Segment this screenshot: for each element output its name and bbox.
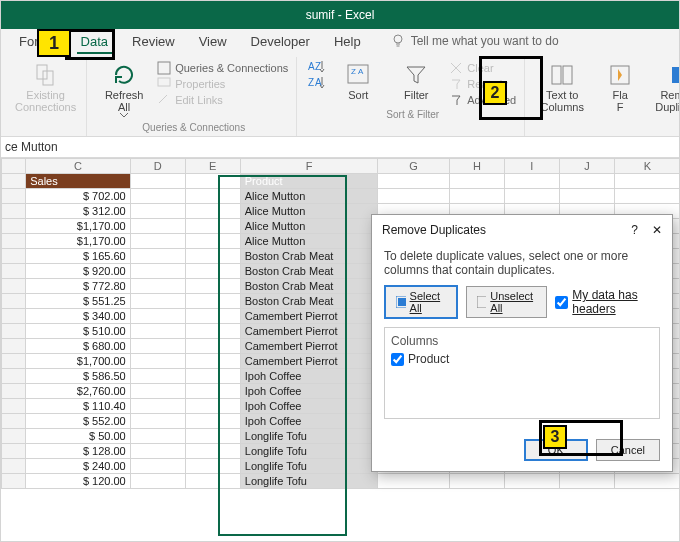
cell[interactable] — [130, 429, 185, 444]
tab-data[interactable]: Data — [69, 32, 120, 51]
row-header[interactable] — [2, 219, 26, 234]
row-header[interactable] — [2, 189, 26, 204]
cell[interactable] — [185, 399, 240, 414]
row-header[interactable] — [2, 429, 26, 444]
properties-button[interactable]: Properties — [155, 77, 290, 91]
cell[interactable] — [130, 459, 185, 474]
column-header-G[interactable]: G — [378, 159, 450, 174]
cell[interactable]: Camembert Pierrot — [240, 309, 378, 324]
cell[interactable] — [185, 474, 240, 489]
cell[interactable]: Longlife Tofu — [240, 444, 378, 459]
my-data-has-headers-checkbox[interactable]: My data has headers — [555, 288, 660, 316]
cell[interactable]: Ipoh Coffee — [240, 369, 378, 384]
cell[interactable] — [185, 354, 240, 369]
row-header[interactable] — [2, 264, 26, 279]
column-product-checkbox[interactable]: Product — [391, 352, 449, 366]
cell[interactable] — [130, 279, 185, 294]
row-header[interactable] — [2, 459, 26, 474]
cell[interactable]: Camembert Pierrot — [240, 324, 378, 339]
unselect-all-button[interactable]: Unselect All — [466, 286, 548, 318]
cell[interactable]: Longlife Tofu — [240, 474, 378, 489]
cell[interactable] — [130, 294, 185, 309]
cell[interactable] — [185, 189, 240, 204]
sort-asc-icon[interactable]: AZ — [307, 59, 325, 73]
cell[interactable]: Boston Crab Meat — [240, 294, 378, 309]
close-icon[interactable]: ✕ — [652, 223, 662, 237]
select-all-cell[interactable] — [2, 159, 26, 174]
cell[interactable] — [130, 234, 185, 249]
cell[interactable] — [130, 174, 185, 189]
cell[interactable]: $ 552.00 — [26, 414, 131, 429]
cell[interactable]: Longlife Tofu — [240, 459, 378, 474]
cell[interactable] — [130, 354, 185, 369]
row-header[interactable] — [2, 234, 26, 249]
cell[interactable] — [130, 384, 185, 399]
cell[interactable] — [185, 339, 240, 354]
tab-review[interactable]: Review — [120, 32, 187, 51]
row-header[interactable] — [2, 294, 26, 309]
edit-links-button[interactable]: Edit Links — [155, 93, 290, 107]
cell[interactable] — [185, 174, 240, 189]
cell[interactable] — [185, 234, 240, 249]
cell[interactable] — [185, 249, 240, 264]
row-header[interactable] — [2, 174, 26, 189]
row-header[interactable] — [2, 414, 26, 429]
cell[interactable]: $1,170.00 — [26, 234, 131, 249]
cell[interactable] — [185, 324, 240, 339]
cell[interactable] — [130, 309, 185, 324]
cell[interactable] — [185, 369, 240, 384]
cell[interactable] — [185, 384, 240, 399]
filter-button[interactable]: Filter — [389, 59, 443, 103]
cell[interactable]: Camembert Pierrot — [240, 354, 378, 369]
cell[interactable]: Alice Mutton — [240, 204, 378, 219]
cell[interactable]: Longlife Tofu — [240, 429, 378, 444]
cell[interactable]: $1,170.00 — [26, 219, 131, 234]
row-header[interactable] — [2, 369, 26, 384]
cell[interactable]: $ 340.00 — [26, 309, 131, 324]
cell[interactable]: $ 772.80 — [26, 279, 131, 294]
cell[interactable] — [185, 459, 240, 474]
cell[interactable] — [130, 369, 185, 384]
cell[interactable] — [130, 264, 185, 279]
row-header[interactable] — [2, 474, 26, 489]
cell[interactable]: $ 110.40 — [26, 399, 131, 414]
cell[interactable]: $ 680.00 — [26, 339, 131, 354]
cell[interactable] — [185, 219, 240, 234]
cell[interactable]: Ipoh Coffee — [240, 399, 378, 414]
cell[interactable]: Alice Mutton — [240, 189, 378, 204]
cell[interactable] — [185, 204, 240, 219]
column-header-H[interactable]: H — [449, 159, 504, 174]
cell[interactable] — [185, 444, 240, 459]
cell[interactable] — [185, 294, 240, 309]
cell[interactable]: $ 312.00 — [26, 204, 131, 219]
cell[interactable]: Ipoh Coffee — [240, 414, 378, 429]
column-header-J[interactable]: J — [559, 159, 614, 174]
queries-connections-button[interactable]: Queries & Connections — [155, 61, 290, 75]
column-header-D[interactable]: D — [130, 159, 185, 174]
formula-bar[interactable]: ce Mutton — [1, 137, 679, 158]
row-header[interactable] — [2, 384, 26, 399]
cell[interactable]: Boston Crab Meat — [240, 279, 378, 294]
row-header[interactable] — [2, 399, 26, 414]
cell[interactable]: Product — [240, 174, 378, 189]
column-header-F[interactable]: F — [240, 159, 378, 174]
cell[interactable]: $ 50.00 — [26, 429, 131, 444]
cell[interactable]: $ 240.00 — [26, 459, 131, 474]
cell[interactable]: Alice Mutton — [240, 234, 378, 249]
cell[interactable]: $ 165.60 — [26, 249, 131, 264]
column-header-E[interactable]: E — [185, 159, 240, 174]
cell[interactable]: Alice Mutton — [240, 219, 378, 234]
cell[interactable]: $ 551.25 — [26, 294, 131, 309]
cell[interactable] — [130, 204, 185, 219]
cell[interactable] — [130, 444, 185, 459]
remove-duplicates-button[interactable]: Remove Duplicates — [651, 59, 680, 115]
cell[interactable]: $ 586.50 — [26, 369, 131, 384]
cell[interactable]: $ 510.00 — [26, 324, 131, 339]
row-header[interactable] — [2, 279, 26, 294]
cell[interactable] — [185, 264, 240, 279]
cell[interactable]: $ 702.00 — [26, 189, 131, 204]
row-header[interactable] — [2, 324, 26, 339]
refresh-all-button[interactable]: Refresh All — [97, 59, 151, 120]
cell[interactable] — [185, 414, 240, 429]
cell[interactable]: $ 920.00 — [26, 264, 131, 279]
